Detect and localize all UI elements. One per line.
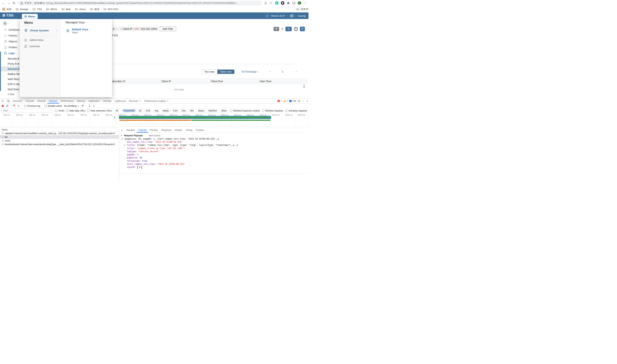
- table-scrollbar[interactable]: [303, 85, 305, 88]
- network-filter-input[interactable]: [1, 109, 53, 112]
- export-button[interactable]: [300, 27, 305, 31]
- request-type-chip-css[interactable]: CSS: [144, 109, 152, 112]
- menu-item-licenses[interactable]: Licenses: [20, 43, 61, 49]
- clear-filter-icon[interactable]: ×: [281, 27, 283, 30]
- request-type-chip-all[interactable]: All: [114, 109, 119, 112]
- devtools-tab-console[interactable]: Console: [24, 99, 36, 104]
- page-size-select[interactable]: 50 lines/page∨: [242, 70, 259, 73]
- url-bar[interactable]: 不安全 10.3.60.2 /#/Log_SesssionRecords?t=1…: [18, 1, 262, 5]
- all-bookmarks[interactable]: 所有书签: [294, 6, 309, 13]
- request-type-chip-font[interactable]: Font: [171, 109, 179, 112]
- device-toolbar-button[interactable]: [5, 99, 11, 104]
- user-name[interactable]: liuyang: [298, 14, 306, 17]
- table-view-button[interactable]: Table view: [217, 70, 234, 74]
- request-type-chip-ws[interactable]: WS: [188, 109, 195, 112]
- sidebar-collapse[interactable]: Collap: [8, 93, 14, 96]
- network-conditions-icon[interactable]: [81, 105, 84, 107]
- vsys-selector-button[interactable]: [2, 21, 8, 26]
- detail-close-icon[interactable]: ×: [119, 128, 125, 132]
- request-list-name-header[interactable]: Name: [0, 128, 119, 131]
- filter-checkbox[interactable]: Blocked response cookies: [230, 109, 260, 112]
- network-overview-timeline[interactable]: 100 ms200 ms300 ms400 ms500 ms600 ms700 …: [0, 113, 309, 127]
- request-row[interactable]: list: [0, 135, 119, 139]
- bookmark-item[interactable]: 英语: [90, 8, 99, 11]
- extension-o-icon[interactable]: [281, 1, 284, 5]
- share-icon[interactable]: [264, 1, 267, 5]
- payload-entry-fields[interactable]: ▶fields: [{name: "common_recv_time", typ…: [122, 144, 307, 147]
- language-icon[interactable]: EN: [290, 14, 293, 17]
- bookmark-item[interactable]: Geedge: [16, 8, 28, 11]
- hide-data-urls-checkbox[interactable]: Hide data URLs: [66, 109, 86, 112]
- payload-entry-refuseCode[interactable]: refuseCode: true: [122, 159, 307, 162]
- sidebar-subitem[interactable]: Radius Re: [0, 71, 20, 77]
- menu-item-virtual-system[interactable]: Virtual System ›: [20, 27, 61, 33]
- invert-checkbox[interactable]: Invert: [55, 109, 64, 112]
- menu-item-admin-area[interactable]: Admin Area: [20, 37, 61, 43]
- issues-badge[interactable]: 206: [289, 100, 296, 102]
- devtools-menu-icon[interactable]: ⋮: [302, 100, 305, 102]
- error-badge[interactable]: ✕1: [277, 100, 282, 102]
- devtools-tab-performance-insights[interactable]: Performance insights: [143, 99, 170, 104]
- view-source-link[interactable]: view source: [149, 134, 160, 137]
- sidebar-item-profiles[interactable]: Profiles: [0, 45, 20, 50]
- next-page-icon[interactable]: ›: [296, 70, 297, 73]
- table-column-header[interactable]: Client Port: [211, 80, 223, 83]
- sidebar-subitem[interactable]: DoS Event: [0, 87, 20, 92]
- request-type-chip-img[interactable]: Img: [153, 109, 160, 112]
- info-icon[interactable]: i: [266, 14, 268, 17]
- filter-checkbox[interactable]: Blocked requests: [262, 109, 283, 112]
- devtools-tab-security[interactable]: Security: [101, 99, 113, 104]
- browser-menu-icon[interactable]: ⋮: [303, 1, 307, 5]
- sidebar-subitem[interactable]: VoIP Reco: [0, 77, 20, 82]
- disable-cache-checkbox[interactable]: Disable cache: [44, 105, 62, 107]
- request-type-chip-media[interactable]: Media: [161, 109, 170, 112]
- default-vsys-item[interactable]: Default Vsys Vsys1: [66, 28, 88, 34]
- reload-icon[interactable]: ↻: [13, 1, 15, 5]
- devtools-tab-sources[interactable]: Sources: [36, 99, 47, 104]
- clear-icon[interactable]: [6, 104, 9, 107]
- payload-root-line[interactable]: ▼{pageSize: 50, pageNo: 1, start_common_…: [122, 137, 307, 140]
- table-column-header[interactable]: Subscriber ID: [110, 80, 125, 83]
- devtools-tab-recorder[interactable]: Recorder: [127, 99, 143, 104]
- payload-entry-end_common_recv_time[interactable]: end_common_recv_time: "2023-10-15T09:05:…: [122, 140, 307, 143]
- overview-selected-region[interactable]: [119, 116, 271, 119]
- sidebar-subitem[interactable]: GTP-C Re: [0, 82, 20, 87]
- devtools-settings-icon[interactable]: [298, 100, 301, 102]
- request-payload-header[interactable]: ▼ Request Payload view source: [121, 134, 160, 137]
- request-type-chip-other[interactable]: Other: [220, 109, 228, 112]
- devtools-close-icon[interactable]: ×: [306, 100, 308, 102]
- table-column-header[interactable]: Start Time: [260, 80, 271, 83]
- forward-icon[interactable]: →: [7, 1, 10, 5]
- network-filter-funnel-icon[interactable]: [13, 105, 15, 107]
- bookmark-item[interactable]: Web: [62, 8, 71, 11]
- sidebar-item-dashboard[interactable]: Dashboard: [0, 27, 20, 32]
- devtools-tab-memory[interactable]: Memory: [75, 99, 87, 104]
- bookmark-item[interactable]: MESA: [46, 8, 57, 11]
- bookmark-item[interactable]: others: [75, 8, 86, 11]
- request-type-chip-wasm[interactable]: Wasm: [197, 109, 206, 112]
- chip-close-icon[interactable]: ×: [120, 27, 122, 30]
- sidebar-item-policies[interactable]: Policies: [0, 33, 20, 38]
- payload-entry-pageSize[interactable]: pageSize: 50: [122, 156, 307, 159]
- preserve-log-checkbox[interactable]: Preserve log: [24, 105, 40, 107]
- sidebar-subitem[interactable]: Security Ev: [0, 56, 20, 61]
- request-row[interactable]: count: [0, 139, 119, 143]
- detail-tab-payload[interactable]: Payload: [136, 128, 148, 132]
- throttling-select[interactable]: No throttling▼: [64, 105, 79, 107]
- sidebar-subitem[interactable]: Proxy Even: [0, 61, 20, 66]
- bookmark-item[interactable]: NFS POC: [104, 8, 118, 11]
- import-har-icon[interactable]: ↥: [89, 104, 91, 107]
- request-type-chip-js[interactable]: JS: [137, 109, 143, 112]
- back-icon[interactable]: ←: [2, 1, 5, 5]
- detail-tab-cookies[interactable]: Cookies: [194, 128, 205, 132]
- extensions-puzzle-icon[interactable]: [287, 1, 290, 5]
- payload-entry-filter[interactable]: filter: "common_client_ip like '119.152.…: [122, 147, 307, 150]
- bookmark-star-icon[interactable]: ☆: [270, 1, 273, 5]
- warning-badge[interactable]: 2: [283, 100, 288, 102]
- text-view-button[interactable]: Text view: [202, 70, 217, 74]
- browser-avatar[interactable]: L: [298, 1, 301, 5]
- network-search-icon[interactable]: [17, 105, 20, 107]
- devtools-tab-network[interactable]: Network: [47, 99, 59, 104]
- sidebar-scroll-indicator[interactable]: [0, 52, 1, 91]
- side-panel-icon[interactable]: [292, 1, 295, 5]
